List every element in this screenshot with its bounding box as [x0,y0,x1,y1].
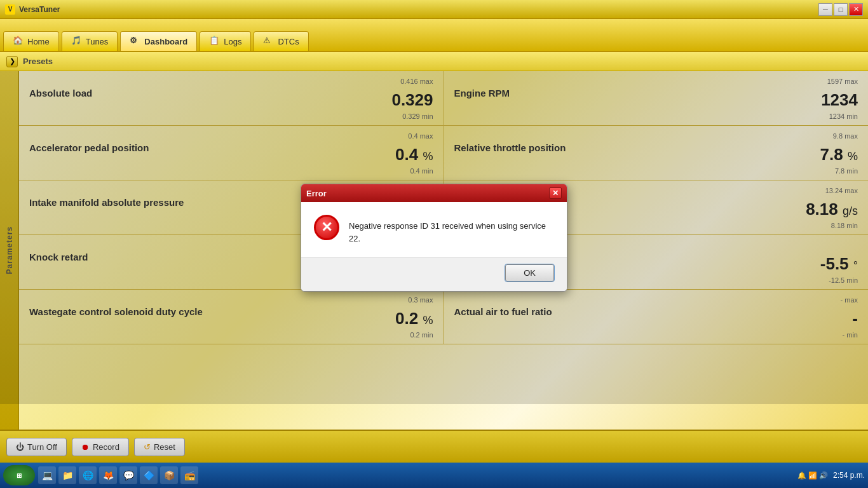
error-dialog: Error ✕ ✕ Negative response ID 31 receiv… [301,184,567,292]
tab-logs[interactable]: 📋 Logs [200,31,251,51]
taskbar-icon-msg[interactable]: 💬 [119,466,137,484]
presets-arrow-button[interactable]: ❯ [6,56,18,67]
tab-tunes[interactable]: 🎵 Tunes [62,31,118,51]
tab-home-label: Home [27,37,50,46]
dialog-message: Negative response ID 31 received when us… [349,215,554,245]
taskbar-icon-firefox[interactable]: 🦊 [99,466,117,484]
turn-off-button[interactable]: ⏻ Turn Off [6,438,67,456]
dialog-close-button[interactable]: ✕ [549,187,562,199]
taskbar-icon-pkg[interactable]: 📦 [160,466,178,484]
main-area: Parameters 0.416 max Absolute load 0.329… [0,71,868,430]
tab-dtcs-label: DTCs [278,37,299,46]
taskbar-icon-extra[interactable]: 📻 [180,466,198,484]
close-button[interactable]: ✕ [849,3,863,16]
title-bar-left: V VersaTuner [5,4,60,15]
tunes-icon: 🎵 [71,36,83,47]
taskbar-icon-ie[interactable]: 💻 [38,466,56,484]
logs-icon: 📋 [209,36,220,47]
dialog-title-bar: Error ✕ [301,184,567,202]
nav-bar: 🏠 Home 🎵 Tunes ⚙ Dashboard 📋 Logs ⚠ DTCs [0,19,868,52]
record-icon: ⏺ [81,442,90,452]
record-label: Record [93,442,119,452]
dialog-footer: OK [301,257,567,291]
app-title: VersaTuner [19,5,60,14]
taskbar-icon-blue[interactable]: 🔷 [140,466,158,484]
taskbar: ⊞ 💻 📁 🌐 🦊 💬 🔷 📦 📻 🔔 📶 🔊 2:54 p.m. [0,463,868,488]
tab-dashboard-label: Dashboard [144,37,187,46]
tab-tunes-label: Tunes [86,37,109,46]
tab-dtcs[interactable]: ⚠ DTCs [254,31,308,51]
home-icon: 🏠 [13,36,24,47]
modal-overlay: Error ✕ ✕ Negative response ID 31 receiv… [0,71,868,404]
taskbar-icons: 💻 📁 🌐 🦊 💬 🔷 📦 📻 [38,466,198,484]
taskbar-time: 2:54 p.m. [833,471,865,480]
dashboard-icon: ⚙ [130,36,141,47]
maximize-button[interactable]: □ [834,3,848,16]
ok-button[interactable]: OK [505,264,554,281]
app-icon: V [5,4,15,15]
bottom-toolbar: ⏻ Turn Off ⏺ Record ↺ Reset [0,430,868,463]
taskbar-icon-folder[interactable]: 📁 [58,466,76,484]
error-icon: ✕ [314,215,339,240]
taskbar-tray-icons: 🔔 📶 🔊 [797,471,828,480]
dtcs-icon: ⚠ [263,36,275,47]
presets-bar: ❯ Presets [0,52,868,71]
reset-label: Reset [154,442,175,452]
tab-dashboard[interactable]: ⚙ Dashboard [120,31,197,51]
power-icon: ⏻ [16,442,24,452]
dialog-body: ✕ Negative response ID 31 received when … [301,202,567,257]
minimize-button[interactable]: ─ [818,3,832,16]
reset-button[interactable]: ↺ Reset [134,438,185,456]
taskbar-icon-ie2[interactable]: 🌐 [79,466,97,484]
tab-home[interactable]: 🏠 Home [3,31,59,51]
window-controls[interactable]: ─ □ ✕ [818,3,863,16]
start-button[interactable]: ⊞ [3,465,35,485]
tab-logs-label: Logs [224,37,241,46]
title-bar: V VersaTuner ─ □ ✕ [0,0,868,19]
turn-off-label: Turn Off [27,442,57,452]
record-button[interactable]: ⏺ Record [72,438,129,456]
dialog-title: Error [306,189,327,198]
taskbar-right: 🔔 📶 🔊 2:54 p.m. [797,471,865,480]
presets-label: Presets [23,57,53,66]
start-label: ⊞ [17,472,22,479]
reset-icon: ↺ [144,442,151,452]
